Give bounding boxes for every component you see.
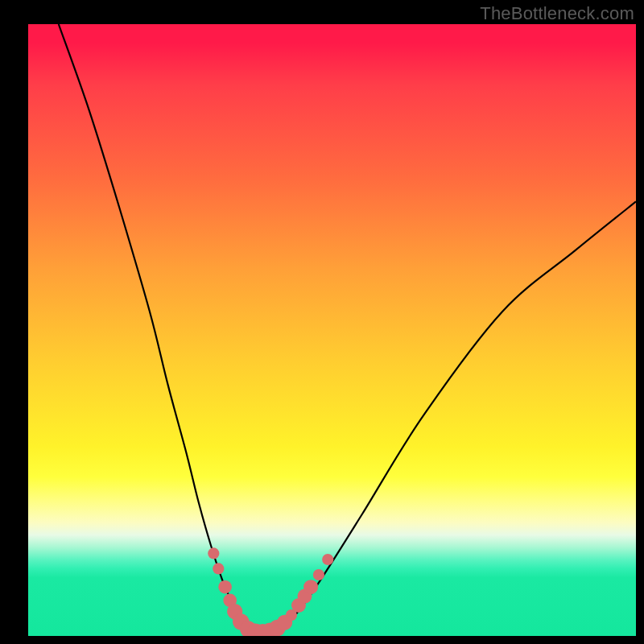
- bottleneck-curve: [59, 24, 636, 633]
- chart-plot-area: [28, 24, 636, 636]
- data-marker: [218, 580, 232, 594]
- watermark-text: TheBottleneck.com: [480, 3, 634, 24]
- chart-frame: TheBottleneck.com: [0, 0, 644, 644]
- data-marker: [208, 547, 219, 559]
- data-marker: [303, 580, 318, 594]
- marker-group: [208, 547, 333, 636]
- data-marker: [322, 554, 333, 565]
- chart-svg: [28, 24, 636, 636]
- data-marker: [313, 569, 324, 580]
- data-marker: [213, 563, 224, 574]
